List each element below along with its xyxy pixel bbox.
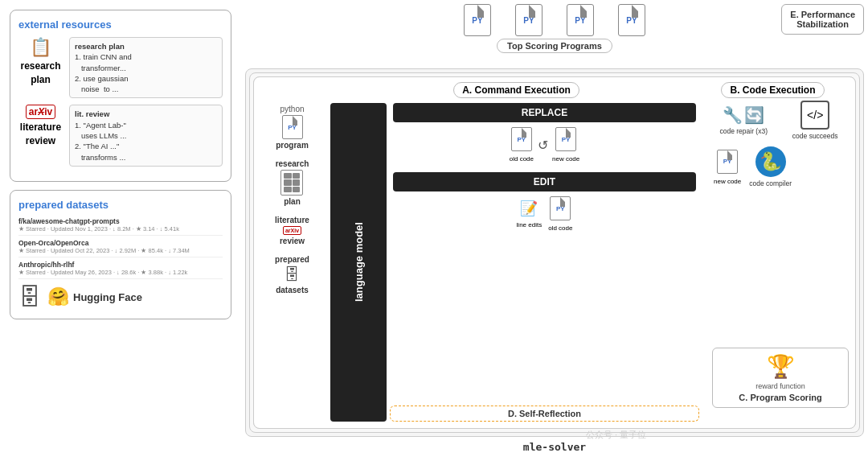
review-label: review — [26, 135, 55, 146]
datasets-input-item: prepared 🗄 datasets — [275, 255, 309, 294]
py-file-4: PY — [618, 4, 645, 36]
review-input-label: review — [280, 237, 305, 245]
dataset-name-3: Anthropic/hh-rlhf — [18, 261, 223, 269]
plan-input-label: plan — [284, 197, 301, 206]
edit-row: 📝 line edits PY old code — [393, 196, 696, 232]
left-panel: external resources 📋 research plan resea… — [0, 0, 241, 457]
card-stack: A. Command Execution B. Code Execution p… — [245, 68, 864, 437]
program-scoring-label: C. Program Scoring — [739, 393, 821, 402]
line-edits-label: line edits — [517, 221, 542, 228]
cmd-exec-section-label: A. Command Execution — [334, 82, 698, 97]
py-file-2: PY — [515, 4, 542, 36]
code-replace-row: PY old code ↺ PY new code — [393, 127, 696, 163]
dataset-item-1: f/ka/awesome-chatgpt-prompts ★ Starred ·… — [18, 217, 223, 236]
dataset-meta-3: ★ Starred · Updated May 26, 2023 · ↓ 28.… — [18, 269, 223, 276]
hugging-face-logo: 🤗 Hugging Face — [47, 286, 142, 307]
dataset-meta-2: ★ Starred · Updated Oct 22, 2023 · ↓ 2.9… — [18, 247, 223, 254]
code-exec-col: 🔧 🔄 code repair (x3) </> code succeeds — [702, 97, 855, 428]
old-code-label: old code — [510, 155, 534, 163]
datasets-bottom: 🗄 🤗 Hugging Face — [18, 284, 223, 311]
ext-resources-title: external resources — [18, 19, 223, 31]
watermark: 公众号 · 量子位 — [586, 429, 646, 441]
language-model-bar: language model — [330, 103, 387, 422]
line-edits-icon: 📝 — [520, 200, 538, 217]
code-succeeds-item: </> code succeeds — [792, 101, 838, 140]
research-plan-text: research plan 1. train CNN and transform… — [69, 37, 223, 98]
python-program-icon: PY — [282, 115, 303, 139]
top-programs-area: PY PY PY PY Top Scoring Programs — [257, 4, 852, 53]
code-exec-section-label: B. Code Execution — [698, 82, 847, 97]
research-icon: 📋 — [30, 37, 51, 58]
arrow-right-icon: ↺ — [538, 138, 548, 153]
arxiv-logo: arXiv — [26, 105, 55, 119]
py-files-row: PY PY PY PY — [464, 4, 645, 36]
mle-solver-label: mle-solver — [523, 441, 586, 453]
program-label: program — [276, 141, 309, 150]
code-compiler-item: 🐍 code compiler — [749, 146, 792, 187]
main-container: external resources 📋 research plan resea… — [0, 0, 868, 457]
code-compiler-label: code compiler — [749, 179, 792, 187]
wrench-icon: 🔧 — [723, 105, 743, 125]
lm-label: language model — [353, 223, 365, 303]
trophy-icon: 🏆 — [767, 353, 795, 380]
dataset-name-2: Open-Orca/OpenOrca — [18, 239, 223, 247]
code-succeeds-label: code succeeds — [792, 132, 838, 140]
inner-card: A. Command Execution B. Code Execution p… — [253, 76, 856, 429]
external-resources-box: external resources 📋 research plan resea… — [10, 10, 231, 182]
lit-review-text: lit. review 1. "Agent Lab-" uses LLMs ..… — [69, 105, 223, 166]
research-label-col: 📋 research plan — [18, 37, 63, 85]
dataset-item-2: Open-Orca/OpenOrca ★ Starred · Updated O… — [18, 239, 223, 257]
db-small-icon: 🗄 — [284, 266, 300, 284]
dataset-list: f/ka/awesome-chatgpt-prompts ★ Starred ·… — [18, 217, 223, 279]
new-code-label: new code — [552, 155, 579, 163]
new-code-icon: PY — [555, 127, 576, 151]
hugging-face-label: Hugging Face — [73, 291, 142, 303]
new-code-item: PY new code — [552, 127, 579, 163]
research-input-item: research plan — [276, 159, 309, 206]
section-labels-row: A. Command Execution B. Code Execution — [254, 77, 855, 97]
reward-function-label: reward function — [755, 382, 805, 390]
diagram-area: E. PerformanceStabilization PY PY PY PY … — [241, 0, 868, 457]
hf-emoji: 🤗 — [47, 286, 69, 307]
literature-row: arXiv literature review lit. review 1. "… — [18, 105, 223, 166]
dataset-name-1: f/ka/awesome-chatgpt-prompts — [18, 217, 223, 225]
arxiv-small-icon: arXiv — [283, 226, 301, 235]
self-reflection-bar: D. Self-Reflection — [390, 406, 699, 422]
cmd-exec-label: A. Command Execution — [453, 82, 579, 98]
plan-label: plan — [31, 74, 51, 85]
research-label: research — [20, 60, 60, 72]
new-code2-icon: PY — [717, 150, 738, 174]
python-label: python — [280, 105, 304, 113]
research-plan-icon — [280, 170, 303, 196]
old-code2-label: old code — [548, 224, 572, 232]
old-code2-item: PY old code — [548, 196, 572, 232]
old-code-icon: PY — [511, 127, 532, 151]
dataset-item-3: Anthropic/hh-rlhf ★ Starred · Updated Ma… — [18, 261, 223, 279]
code-repair-icons: 🔧 🔄 — [723, 105, 764, 125]
replace-block: REPLACE — [393, 103, 696, 122]
edit-block: EDIT — [393, 172, 696, 191]
literature-input-item: literature arXiv review — [275, 216, 309, 245]
python-input-item: python PY program — [276, 105, 309, 150]
top-programs-label: Top Scoring Programs — [497, 39, 612, 53]
compiler-icon: 🐍 — [755, 146, 786, 177]
old-code2-icon: PY — [550, 196, 571, 220]
prepared-input-label: prepared — [275, 255, 309, 264]
database-icon: 🗄 — [18, 284, 41, 311]
refresh-icon: 🔄 — [744, 105, 764, 125]
prepared-datasets-title: prepared datasets — [18, 199, 223, 211]
new-code2-item: PY new code — [714, 150, 741, 185]
research-input-label: research — [276, 159, 309, 168]
code-exec-tools-row: 🔧 🔄 code repair (x3) </> code succeeds — [707, 101, 850, 140]
py-file-3: PY — [567, 4, 594, 36]
self-reflection-label: D. Self-Reflection — [508, 409, 581, 418]
code-repair-label: code repair (x3) — [719, 127, 768, 135]
edit-section: EDIT 📝 line edits PY old code — [393, 172, 696, 232]
code-icon: </> — [800, 101, 829, 130]
replace-section: REPLACE PY old code ↺ PY new code — [393, 103, 696, 163]
inputs-col: python PY program research plan — [254, 97, 330, 428]
research-row: 📋 research plan research plan 1. train C… — [18, 37, 223, 98]
line-edits-item: 📝 line edits — [517, 200, 542, 228]
literature-label: literature — [20, 121, 61, 133]
old-code-item: PY old code — [510, 127, 534, 163]
